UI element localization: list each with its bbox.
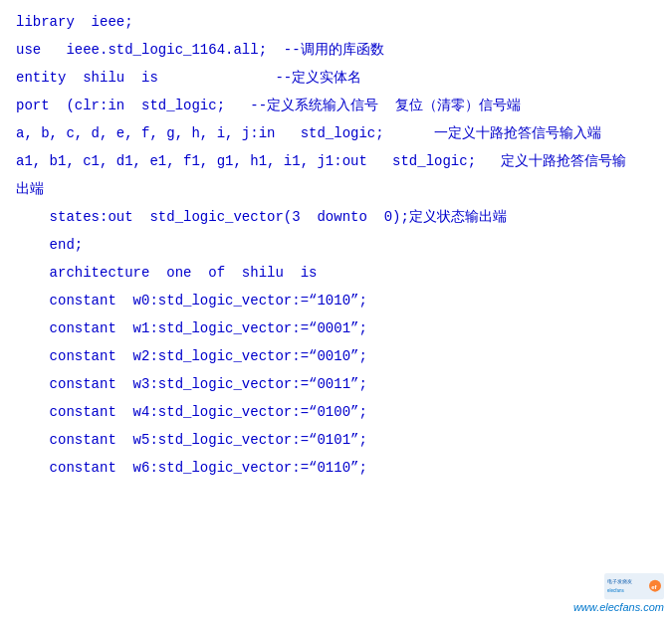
code-line-8: states:out std_logic_vector(3 downto 0);…: [16, 203, 656, 231]
code-line-9: end;: [16, 231, 656, 259]
watermark-url: www.elecfans.com: [573, 601, 664, 613]
code-container: library ieee; use ieee.std_logic_1164.al…: [0, 0, 672, 621]
code-line-1: library ieee;: [16, 8, 656, 36]
svg-text:电子发烧友: 电子发烧友: [607, 578, 632, 584]
code-line-3: entity shilu is --定义实体名: [16, 64, 656, 92]
code-line-13: constant w2:std_logic_vector:=“0010”;: [16, 342, 656, 370]
watermark-logo-svg: 电子发烧友 elecfans ef: [604, 571, 664, 601]
code-line-2: use ieee.std_logic_1164.all; --调用的库函数: [16, 36, 656, 64]
code-line-6: a1, b1, c1, d1, e1, f1, g1, h1, i1, j1:o…: [16, 147, 656, 175]
code-line-14: constant w3:std_logic_vector:=“0011”;: [16, 370, 656, 398]
watermark: 电子发烧友 elecfans ef www.elecfans.com: [573, 571, 664, 613]
code-line-11: constant w0:std_logic_vector:=“1010”;: [16, 287, 656, 314]
watermark-logo-area: 电子发烧友 elecfans ef www.elecfans.com: [573, 571, 664, 613]
code-line-5: a, b, c, d, e, f, g, h, i, j:in std_logi…: [16, 119, 656, 147]
code-line-7: 出端: [16, 175, 656, 203]
code-line-10: architecture one of shilu is: [16, 259, 656, 287]
code-line-17: constant w6:std_logic_vector:=“0110”;: [16, 454, 656, 482]
svg-text:elecfans: elecfans: [607, 588, 625, 593]
code-line-15: constant w4:std_logic_vector:=“0100”;: [16, 398, 656, 426]
code-line-16: constant w5:std_logic_vector:=“0101”;: [16, 426, 656, 454]
code-line-12: constant w1:std_logic_vector:=“0001”;: [16, 314, 656, 342]
code-line-4: port (clr:in std_logic; --定义系统输入信号 复位（清零…: [16, 92, 656, 119]
